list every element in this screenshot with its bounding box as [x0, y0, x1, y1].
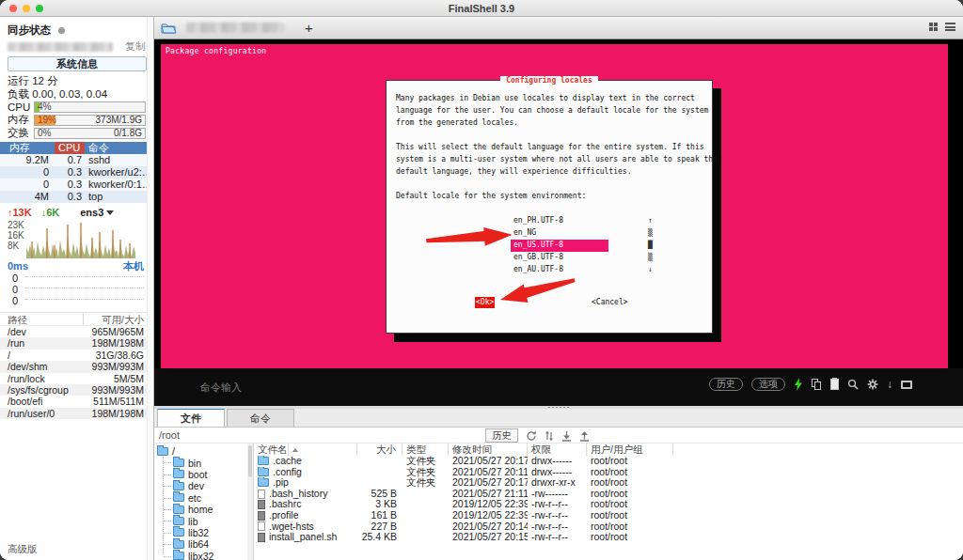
- locale-option[interactable]: en_GB.UTF-8 ▒: [511, 252, 608, 264]
- tree-item[interactable]: lib32: [154, 527, 253, 538]
- file-row[interactable]: .bashrc 3 KB 2019/12/05 22:39 -rw-r--r--…: [254, 499, 963, 510]
- gear-icon[interactable]: [867, 379, 878, 390]
- ping-host[interactable]: 本机: [123, 259, 144, 273]
- cancel-button[interactable]: <Cancel>: [592, 297, 628, 308]
- paste-icon[interactable]: [830, 379, 839, 390]
- col-owner[interactable]: 用户/用户组: [587, 443, 673, 456]
- download-icon[interactable]: [561, 430, 572, 442]
- file-table-header[interactable]: 文件名 大小 类型 修改时间 权限 用户/用户组: [254, 443, 963, 456]
- file-icon: [258, 511, 265, 521]
- lightning-icon[interactable]: [794, 378, 803, 391]
- folder-icon: [173, 459, 184, 467]
- file-row[interactable]: .config 文件夹 2021/05/27 20:11 drwx------ …: [254, 467, 963, 478]
- system-info-button[interactable]: 系统信息: [8, 56, 147, 71]
- file-row[interactable]: .cache 文件夹 2021/05/27 20:17 drwx------ r…: [254, 456, 963, 467]
- process-row[interactable]: 0 0.3 kworker/u2:1-events...: [0, 166, 153, 179]
- disk-row[interactable]: /dev965M/965M: [0, 326, 153, 337]
- layout-grid-icon[interactable]: [929, 23, 938, 31]
- screen-header: Package configuration: [166, 47, 266, 55]
- network-summary: ↑13K ↓6K ens3: [0, 206, 153, 219]
- interface-selector[interactable]: ens3: [80, 207, 114, 218]
- swap-detail: 0/1.8G: [114, 129, 142, 138]
- copy-link[interactable]: 复制: [125, 39, 146, 54]
- file-icon: [258, 521, 265, 531]
- process-row[interactable]: 9.2M 0.7 sshd: [0, 154, 153, 166]
- disk-table-header[interactable]: 路径 可用/大小: [0, 313, 153, 326]
- tab-commands[interactable]: 命令: [227, 409, 294, 427]
- menu-icon[interactable]: [945, 23, 955, 31]
- disk-usage-table: 路径 可用/大小 /dev965M/965M /run198M/198M /31…: [0, 312, 153, 419]
- upload-icon[interactable]: [579, 430, 590, 442]
- tree-scrollbar[interactable]: [247, 443, 253, 560]
- col-mtime[interactable]: 修改时间: [449, 443, 528, 456]
- tree-item[interactable]: libx32: [154, 551, 253, 560]
- col-command[interactable]: 命令: [85, 142, 153, 154]
- file-icon: [258, 533, 265, 542]
- file-row[interactable]: install_panel.sh 25.4 KB 2021/05/27 20:1…: [254, 532, 963, 543]
- folder-icon: [173, 528, 184, 537]
- search-icon[interactable]: [847, 379, 859, 390]
- tab-files[interactable]: 文件: [157, 408, 225, 427]
- current-path[interactable]: /root: [159, 429, 180, 441]
- tree-item[interactable]: dev: [154, 480, 253, 491]
- open-folder-icon[interactable]: [161, 22, 177, 34]
- process-table-header[interactable]: 内存 CPU 命令: [0, 142, 153, 154]
- file-row[interactable]: .wget-hsts 227 B 2021/05/27 20:14 -rw-r-…: [254, 521, 963, 533]
- disk-row[interactable]: /31G/38.6G: [0, 350, 153, 361]
- col-memory[interactable]: 内存: [0, 142, 55, 154]
- tree-item[interactable]: home: [154, 504, 253, 515]
- file-row[interactable]: .pip 文件夹 2021/05/27 20:17 drwxr-xr-x roo…: [254, 477, 963, 489]
- transfer-icon[interactable]: [545, 430, 554, 442]
- tree-item[interactable]: boot: [154, 469, 253, 480]
- process-row[interactable]: 0 0.3 kworker/0:1-events: [0, 179, 153, 191]
- options-button[interactable]: 选项: [751, 378, 785, 391]
- disk-row[interactable]: /sys/fs/cgroup993M/993M: [0, 384, 153, 396]
- new-tab-button[interactable]: +: [305, 21, 313, 35]
- locale-option[interactable]: en_NG ▒: [511, 227, 608, 240]
- path-history-button[interactable]: 历史: [485, 428, 518, 443]
- locale-option-selected[interactable]: en_US.UTF-8 █: [511, 240, 608, 252]
- directory-tree: / bin boot dev etc home lib lib32 lib64 …: [154, 443, 254, 560]
- col-perm[interactable]: 权限: [528, 443, 587, 456]
- session-tab-redacted[interactable]: [186, 23, 284, 33]
- folder-icon: [258, 457, 269, 465]
- disk-row[interactable]: /boot/efi511M/511M: [0, 396, 153, 407]
- maximize-button[interactable]: [36, 5, 43, 12]
- host-address-redacted: [8, 42, 113, 52]
- close-button[interactable]: [9, 5, 17, 12]
- ping-row: 0: [0, 272, 153, 284]
- disk-row[interactable]: /run198M/198M: [0, 337, 153, 349]
- ok-button[interactable]: <Ok>: [475, 297, 495, 308]
- col-type[interactable]: 类型: [403, 443, 449, 456]
- window-mode-icon[interactable]: [901, 381, 912, 389]
- locale-option[interactable]: en_PH.UTF-8 ↑: [511, 215, 608, 227]
- copy-icon[interactable]: [812, 379, 822, 390]
- refresh-icon[interactable]: [526, 430, 537, 442]
- tree-item[interactable]: bin: [154, 457, 253, 468]
- download-arrow-icon[interactable]: ↓: [887, 379, 892, 390]
- col-size[interactable]: 可用/大小: [84, 313, 153, 325]
- minimize-button[interactable]: [23, 5, 30, 12]
- tree-item-root[interactable]: /: [154, 445, 253, 457]
- tree-item[interactable]: etc: [154, 492, 253, 504]
- tree-item[interactable]: lib: [154, 515, 253, 526]
- cpu-percent: 4%: [38, 102, 51, 112]
- disk-row[interactable]: /dev/shm993M/993M: [0, 361, 153, 372]
- sidebar-scrollbar[interactable]: [147, 17, 153, 560]
- terminal-screen[interactable]: Package configuration Configuring locale…: [161, 44, 948, 368]
- disk-row[interactable]: /run/user/0198M/198M: [0, 408, 153, 419]
- col-path[interactable]: 路径: [0, 313, 84, 325]
- disk-row[interactable]: /run/lock5M/5M: [0, 373, 153, 384]
- command-input[interactable]: 命令输入: [200, 381, 242, 395]
- history-button[interactable]: 历史: [709, 378, 743, 391]
- tree-item[interactable]: lib64: [154, 538, 253, 550]
- terminal-area[interactable]: Package configuration Configuring locale…: [154, 39, 963, 406]
- process-row[interactable]: 4M 0.3 top: [0, 191, 153, 203]
- file-row[interactable]: .bash_history 525 B 2021/05/27 21:11 -rw…: [254, 489, 963, 500]
- col-cpu[interactable]: CPU: [55, 142, 85, 154]
- col-filename[interactable]: 文件名: [254, 443, 357, 456]
- panel-resize-handle[interactable]: [154, 406, 963, 409]
- col-size[interactable]: 大小: [357, 443, 403, 456]
- file-row[interactable]: .profile 161 B 2019/12/05 22:39 -rw-r--r…: [254, 510, 963, 521]
- folder-icon: [173, 552, 184, 560]
